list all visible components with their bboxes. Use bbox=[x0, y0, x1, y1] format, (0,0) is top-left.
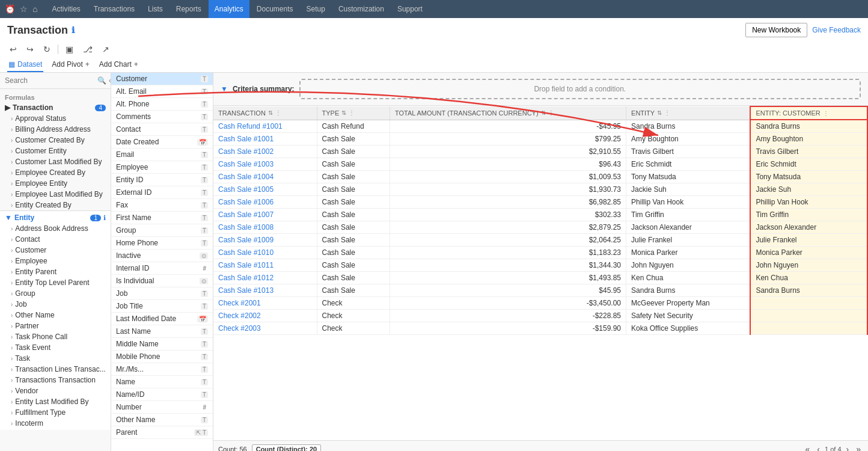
transaction-group[interactable]: ▶ Transaction 4 bbox=[0, 102, 111, 113]
home-icon[interactable]: ⌂ bbox=[32, 4, 37, 14]
col-header-entity[interactable]: ENTITY ⇅ ⋮ bbox=[626, 106, 751, 120]
filter-icon[interactable]: ⋮ bbox=[275, 109, 281, 116]
cell-transaction[interactable]: Cash Sale #1007 bbox=[213, 209, 317, 221]
sidebar-item-contact[interactable]: ›Contact bbox=[0, 234, 111, 245]
sidebar-item-vendor[interactable]: ›Vendor bbox=[0, 385, 111, 396]
add-pivot-icon[interactable]: + bbox=[85, 60, 90, 69]
col-header-entity-customer[interactable]: ENTITY: CUSTOMER ⋮ bbox=[750, 106, 867, 120]
sidebar-item-address-book[interactable]: ›Address Book Address bbox=[0, 223, 111, 234]
undo-icon[interactable]: ↩ bbox=[7, 43, 19, 55]
cell-transaction[interactable]: Cash Refund #1001 bbox=[213, 120, 317, 133]
field-middle-name[interactable]: Middle Name T bbox=[111, 338, 213, 351]
filter-icon-total[interactable]: ⋮ bbox=[548, 109, 554, 116]
cell-transaction[interactable]: Cash Sale #1013 bbox=[213, 284, 317, 297]
criteria-collapse-icon[interactable]: ▼ bbox=[221, 85, 228, 93]
field-group[interactable]: Group T bbox=[111, 224, 213, 237]
field-date-created[interactable]: Date Created 📅 bbox=[111, 136, 213, 149]
cell-transaction[interactable]: Cash Sale #1003 bbox=[213, 158, 317, 171]
new-workbook-button[interactable]: New Workbook bbox=[745, 23, 807, 37]
sort-icon-total[interactable]: ⇅ bbox=[541, 109, 546, 116]
sidebar-item-customer-last-modified[interactable]: ›Customer Last Modified By bbox=[0, 156, 111, 167]
col-header-total[interactable]: TOTAL AMOUNT (TRANSACTION CURRENCY) ⇅ ⋮ bbox=[390, 106, 626, 120]
star-icon[interactable]: ☆ bbox=[20, 4, 28, 14]
field-mr-ms[interactable]: Mr./Ms... T bbox=[111, 363, 213, 376]
refresh-icon[interactable]: ↻ bbox=[41, 43, 53, 55]
last-page-button[interactable]: » bbox=[854, 443, 863, 451]
cell-transaction[interactable]: Check #2002 bbox=[213, 310, 317, 322]
nav-item-support[interactable]: Support bbox=[391, 0, 429, 18]
next-page-button[interactable]: › bbox=[844, 443, 852, 451]
nav-item-reports[interactable]: Reports bbox=[170, 0, 207, 18]
sidebar-item-job[interactable]: ›Job bbox=[0, 299, 111, 310]
field-customer[interactable]: Customer T bbox=[111, 73, 213, 85]
sidebar-item-employee[interactable]: ›Employee bbox=[0, 256, 111, 266]
tab-add-pivot[interactable]: Add Pivot + bbox=[50, 58, 90, 72]
field-mobile-phone[interactable]: Mobile Phone T bbox=[111, 351, 213, 363]
cell-transaction[interactable]: Cash Sale #1004 bbox=[213, 171, 317, 183]
field-fax[interactable]: Fax T bbox=[111, 199, 213, 212]
field-alt-email[interactable]: Alt. Email T bbox=[111, 85, 213, 98]
field-name-id[interactable]: Name/ID T bbox=[111, 388, 213, 401]
field-email[interactable]: Email T bbox=[111, 149, 213, 161]
field-job-title[interactable]: Job Title T bbox=[111, 300, 213, 313]
sidebar-item-other-name[interactable]: ›Other Name bbox=[0, 310, 111, 321]
sidebar-item-customer-entity[interactable]: ›Customer Entity bbox=[0, 146, 111, 156]
nav-item-documents[interactable]: Documents bbox=[251, 0, 299, 18]
search-icon[interactable]: 🔍 bbox=[97, 76, 106, 85]
cell-transaction[interactable]: Cash Sale #1010 bbox=[213, 247, 317, 259]
entity-info-icon[interactable]: ℹ bbox=[103, 214, 106, 222]
sidebar-item-customer-created-by[interactable]: ›Customer Created By bbox=[0, 135, 111, 146]
field-last-name[interactable]: Last Name T bbox=[111, 325, 213, 338]
field-is-individual[interactable]: Is Individual ⊙ bbox=[111, 275, 213, 287]
sidebar-item-billing-address[interactable]: ›Billing Address Address bbox=[0, 124, 111, 135]
drop-zone[interactable]: Drop field to add a condition. bbox=[299, 79, 861, 99]
sidebar-item-task-phone-call[interactable]: ›Task Phone Call bbox=[0, 331, 111, 342]
sidebar-item-transaction-lines[interactable]: ›Transaction Lines Transac... bbox=[0, 364, 111, 375]
tab-dataset[interactable]: ▦ Dataset bbox=[7, 58, 43, 72]
filter-icon-entity[interactable]: ⋮ bbox=[664, 109, 670, 116]
sidebar-item-task-event[interactable]: ›Task Event bbox=[0, 342, 111, 353]
sidebar-item-transactions-transaction[interactable]: ›Transactions Transaction bbox=[0, 375, 111, 385]
export-icon[interactable]: ↗ bbox=[100, 43, 112, 55]
sidebar-item-employee-entity[interactable]: ›Employee Entity bbox=[0, 178, 111, 189]
entity-group-header[interactable]: ▼ Entity 1 ℹ bbox=[0, 212, 111, 223]
field-name[interactable]: Name T bbox=[111, 376, 213, 388]
sidebar-item-partner[interactable]: ›Partner bbox=[0, 321, 111, 331]
cell-transaction[interactable]: Cash Sale #1006 bbox=[213, 196, 317, 209]
filter-icon-entity-customer[interactable]: ⋮ bbox=[823, 110, 829, 117]
sidebar-item-approval-status[interactable]: ›Approval Status bbox=[0, 113, 111, 124]
prev-page-button[interactable]: ‹ bbox=[815, 443, 822, 451]
tab-add-chart[interactable]: Add Chart + bbox=[98, 58, 139, 72]
sort-icon-entity[interactable]: ⇅ bbox=[657, 109, 662, 116]
share-icon[interactable]: ⎇ bbox=[81, 43, 95, 55]
field-comments[interactable]: Comments T bbox=[111, 111, 213, 123]
clock-icon[interactable]: ⏰ bbox=[5, 4, 15, 14]
search-input[interactable] bbox=[5, 76, 95, 85]
sort-icon-type[interactable]: ⇅ bbox=[341, 109, 346, 116]
field-alt-phone[interactable]: Alt. Phone T bbox=[111, 98, 213, 111]
nav-item-analytics[interactable]: Analytics bbox=[209, 0, 249, 18]
field-external-id[interactable]: External ID T bbox=[111, 186, 213, 199]
sidebar-item-employee-last-modified[interactable]: ›Employee Last Modified By bbox=[0, 189, 111, 200]
field-entity-id[interactable]: Entity ID T bbox=[111, 174, 213, 186]
redo-icon[interactable]: ↪ bbox=[24, 43, 36, 55]
filter-icon-type[interactable]: ⋮ bbox=[349, 109, 355, 116]
cell-transaction[interactable]: Check #2001 bbox=[213, 297, 317, 310]
sidebar-item-entity-top-level[interactable]: ›Entity Top Level Parent bbox=[0, 277, 111, 288]
sidebar-item-incoterm[interactable]: ›Incoterm bbox=[0, 418, 111, 429]
field-first-name[interactable]: First Name T bbox=[111, 212, 213, 224]
cell-transaction[interactable]: Cash Sale #1008 bbox=[213, 221, 317, 234]
field-number[interactable]: Number # bbox=[111, 401, 213, 414]
sidebar-item-entity-last-modified[interactable]: ›Entity Last Modified By bbox=[0, 396, 111, 407]
sidebar-item-group[interactable]: ›Group bbox=[0, 288, 111, 299]
nav-item-activities[interactable]: Activities bbox=[46, 0, 86, 18]
field-home-phone[interactable]: Home Phone T bbox=[111, 237, 213, 250]
field-contact[interactable]: Contact T bbox=[111, 123, 213, 136]
field-internal-id[interactable]: Internal ID # bbox=[111, 262, 213, 275]
sidebar-item-fulfillment-type[interactable]: ›Fulfillment Type bbox=[0, 407, 111, 418]
sidebar-item-entity-created-by[interactable]: ›Entity Created By bbox=[0, 200, 111, 210]
cell-transaction[interactable]: Cash Sale #1011 bbox=[213, 259, 317, 272]
cell-transaction[interactable]: Cash Sale #1009 bbox=[213, 234, 317, 247]
sidebar-item-entity-parent[interactable]: ›Entity Parent bbox=[0, 266, 111, 277]
col-header-transaction[interactable]: TRANSACTION ⇅ ⋮ bbox=[213, 106, 317, 120]
